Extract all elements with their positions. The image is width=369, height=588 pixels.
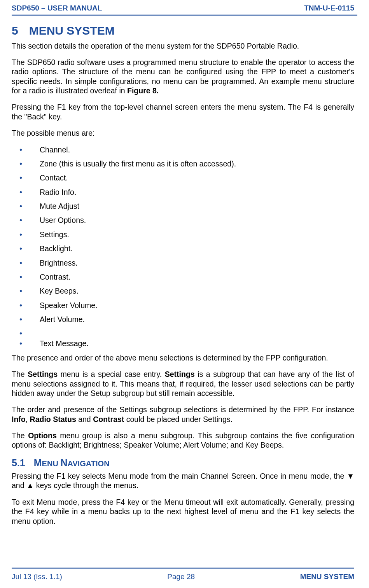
list-item: Brightness. [12, 258, 354, 268]
page-footer: Jul 13 (Iss. 1.1) Page 28 MENU SYSTEM [0, 567, 369, 588]
para-7f-bold: Contrast [93, 415, 124, 424]
list-item [12, 329, 354, 334]
para-7d-bold: Radio Status [30, 415, 76, 424]
para-2: The SDP650 radio software uses a program… [12, 58, 354, 96]
heading-5-title: MENU SYSTEM [29, 24, 115, 37]
para-7g: could be placed under Settings. [124, 415, 233, 424]
list-item: Speaker Volume. [12, 301, 354, 310]
heading-5: 5MENU SYSTEM [12, 23, 354, 38]
list-item-label: Text Message. [40, 339, 89, 348]
list-item-label: Contact. [40, 173, 68, 182]
list-item-label: Channel. [40, 145, 70, 154]
title-sc2: AVIGATION [67, 459, 109, 468]
para-3: Pressing the F1 key from the top-level c… [12, 102, 354, 121]
para-7c: , [26, 415, 30, 424]
title-sc: ENU [42, 459, 61, 468]
para-2b-bold: Figure 8. [127, 86, 159, 95]
list-item-label: User Options. [40, 216, 86, 224]
page: SDP650 – USER MANUAL TNM-U-E-0115 5MENU … [0, 0, 369, 588]
content: 5MENU SYSTEM This section details the op… [0, 17, 369, 567]
title-cap: M [34, 457, 42, 468]
list-item-label: Speaker Volume. [40, 301, 98, 310]
list-item-label: Key Beeps. [40, 287, 79, 295]
para-5: The presence and order of the above menu… [12, 353, 354, 362]
list-item-label: Alert Volume. [40, 315, 85, 324]
list-item: Zone (this is usually the first menu as … [12, 159, 354, 168]
list-item: Text Message. [12, 339, 354, 348]
list-item: Alert Volume. [12, 315, 354, 324]
list-item-label: Settings. [40, 230, 69, 239]
list-item: Settings. [12, 230, 354, 239]
list-item: Radio Info. [12, 187, 354, 197]
list-item-label: Brightness. [40, 259, 78, 267]
page-header: SDP650 – USER MANUAL TNM-U-E-0115 [0, 0, 369, 14]
menu-list: Channel. Zone (this is usually the first… [12, 145, 354, 348]
para-intro: This section details the operation of th… [12, 41, 354, 51]
list-item: Mute Adjust [12, 201, 354, 211]
footer-row: Jul 13 (Iss. 1.1) Page 28 MENU SYSTEM [12, 572, 354, 581]
list-item-label: Mute Adjust [40, 202, 79, 210]
para-7: The order and presence of the Settings s… [12, 405, 354, 424]
para-6b-bold: Settings [28, 370, 58, 378]
list-item-label: Contrast. [40, 273, 70, 281]
list-item: Channel. [12, 145, 354, 154]
footer-rule [12, 567, 354, 570]
list-item: Key Beeps. [12, 286, 354, 296]
para-8c: menu group is also a menu subgroup. This… [12, 431, 354, 449]
para-8b-bold: Options [28, 431, 57, 440]
header-right: TNM-U-E-0115 [304, 4, 354, 12]
para-2a: The SDP650 radio software uses a program… [12, 58, 354, 95]
para-6c: menu is a special case entry. [58, 370, 165, 378]
para-6d-bold: Settings [165, 370, 195, 378]
list-item-label: Zone (this is usually the first menu as … [40, 159, 236, 168]
para-6: The Settings menu is a special case entr… [12, 369, 354, 398]
list-item: Contact. [12, 173, 354, 182]
heading-5-1-num: 5.1 [12, 457, 25, 469]
para-5-1-2: To exit Menu mode, press the F4 key or t… [12, 497, 354, 526]
footer-right: MENU SYSTEM [300, 572, 354, 581]
para-8: The Options menu group is also a menu su… [12, 431, 354, 450]
header-left: SDP650 – USER MANUAL [12, 4, 102, 12]
heading-5-num: 5 [12, 23, 18, 38]
para-8a: The [12, 431, 28, 440]
para-7b-bold: Info [12, 415, 26, 424]
para-7a: The order and presence of the Settings s… [12, 405, 354, 414]
footer-left: Jul 13 (Iss. 1.1) [12, 572, 62, 581]
heading-5-1: 5.1MENU NAVIGATION [12, 457, 354, 469]
list-item-label: Backlight. [40, 244, 73, 253]
title-cap2: N [60, 457, 67, 468]
para-7e: and [76, 415, 93, 424]
footer-center: Page 28 [62, 572, 300, 581]
para-6a: The [12, 370, 28, 378]
para-4: The possible menus are: [12, 128, 354, 138]
list-item-label: Radio Info. [40, 188, 76, 196]
para-5-1-1: Pressing the F1 key selects Menu mode fr… [12, 471, 354, 490]
list-item: Contrast. [12, 272, 354, 282]
heading-5-1-title: MENU NAVIGATION [34, 457, 110, 468]
list-item: Backlight. [12, 244, 354, 253]
header-rule [12, 14, 357, 17]
list-item: User Options. [12, 215, 354, 225]
